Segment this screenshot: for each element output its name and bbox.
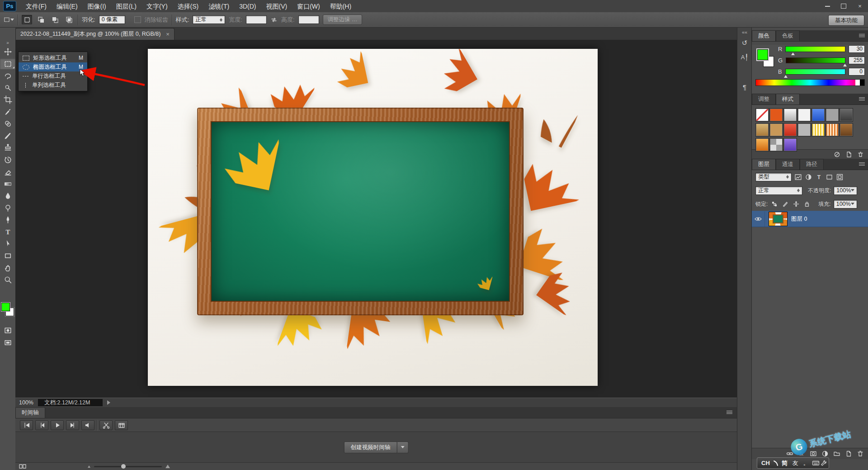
filter-type-layers-icon[interactable]: T	[815, 173, 823, 181]
create-video-timeline-button[interactable]: 创建视频时间轴	[344, 442, 397, 453]
red-slider[interactable]	[785, 46, 845, 52]
style-swatch[interactable]	[755, 123, 769, 137]
red-value[interactable]: 30	[849, 45, 865, 53]
flyout-item-single-column-marquee[interactable]: 单列选框工具	[19, 81, 87, 90]
tab-swatches[interactable]: 色板	[776, 30, 800, 41]
zoom-out-icon[interactable]	[88, 465, 90, 468]
panel-menu-icon[interactable]	[859, 97, 865, 100]
menu-window[interactable]: 窗口(W)	[292, 0, 325, 12]
green-slider[interactable]	[786, 57, 845, 63]
menu-select[interactable]: 选择(S)	[173, 0, 204, 12]
tab-adjustments[interactable]: 调整	[752, 94, 776, 104]
delete-style-button[interactable]	[856, 150, 865, 158]
opacity-input[interactable]: 100%	[834, 186, 857, 195]
style-swatch[interactable]	[783, 108, 797, 122]
blue-slider[interactable]	[785, 69, 845, 75]
play-button[interactable]	[51, 420, 64, 430]
flyout-item-elliptical-marquee[interactable]: 椭圆选框工具 M	[19, 62, 87, 71]
new-style-button[interactable]	[844, 150, 853, 158]
flyout-item-rectangular-marquee[interactable]: 矩形选框工具 M	[19, 53, 87, 62]
rectangular-marquee-tool[interactable]	[0, 58, 15, 69]
eyedropper-tool[interactable]	[0, 106, 15, 117]
style-swatch[interactable]	[840, 123, 853, 137]
style-swatch[interactable]	[769, 108, 783, 122]
zoom-slider-handle[interactable]	[121, 464, 126, 469]
style-swatch[interactable]	[769, 123, 783, 137]
ime-association-toggle[interactable]: 友	[790, 459, 801, 467]
quick-selection-tool[interactable]	[0, 82, 15, 93]
lock-pixels-button[interactable]	[781, 200, 789, 208]
adjustment-layer-button[interactable]	[821, 450, 830, 458]
hand-tool[interactable]	[0, 262, 15, 273]
add-to-selection-button[interactable]	[36, 15, 46, 24]
tab-color[interactable]: 颜色	[752, 30, 776, 41]
lock-all-button[interactable]	[803, 200, 811, 208]
fill-input[interactable]: 100%	[834, 200, 857, 209]
menu-type[interactable]: 文字(Y)	[142, 0, 173, 12]
menu-3d[interactable]: 3D(D)	[234, 0, 261, 12]
spot-healing-brush-tool[interactable]	[0, 119, 15, 129]
clear-style-button[interactable]	[832, 150, 841, 158]
timeline-zoom-slider[interactable]	[94, 466, 162, 467]
delete-layer-button[interactable]	[856, 450, 865, 458]
layer-row-selected[interactable]: 图层 0	[752, 211, 868, 227]
lasso-tool[interactable]	[0, 71, 15, 81]
blue-slider-handle[interactable]	[784, 73, 788, 78]
status-popup-arrow-icon[interactable]	[107, 400, 113, 405]
style-swatch[interactable]	[797, 123, 811, 137]
eraser-tool[interactable]	[0, 166, 15, 177]
ime-settings-wrench-icon[interactable]	[820, 460, 827, 466]
style-swatch[interactable]	[811, 108, 825, 122]
green-value[interactable]: 255	[849, 57, 865, 64]
style-swatch[interactable]	[811, 123, 825, 137]
layer-name[interactable]: 图层 0	[791, 215, 807, 223]
ime-punctuation-toggle[interactable]: 。	[801, 459, 811, 467]
gradient-tool[interactable]	[0, 178, 15, 189]
ime-keyboard-icon[interactable]	[812, 460, 820, 466]
intersect-selection-button[interactable]	[64, 15, 74, 24]
filter-shape-layers-icon[interactable]	[826, 173, 833, 181]
maximize-button[interactable]	[835, 0, 852, 12]
canvas-area[interactable]	[15, 40, 737, 398]
style-swatch[interactable]	[783, 138, 797, 152]
menu-edit[interactable]: 编辑(E)	[52, 0, 83, 12]
tab-timeline[interactable]: 时间轴	[15, 407, 45, 418]
menu-image[interactable]: 图像(I)	[83, 0, 111, 12]
lock-position-button[interactable]	[792, 200, 800, 208]
feather-input[interactable]: 0 像素	[99, 15, 125, 24]
style-dropdown[interactable]: 正常	[193, 15, 225, 24]
open-image[interactable]	[148, 49, 598, 386]
lock-transparency-button[interactable]	[770, 200, 778, 208]
filter-adjustment-layers-icon[interactable]	[805, 173, 812, 181]
style-swatch[interactable]	[769, 138, 783, 152]
paragraph-panel-icon[interactable]: ¶	[739, 81, 750, 93]
brush-tool[interactable]	[0, 130, 15, 141]
tab-paths[interactable]: 路径	[800, 159, 824, 170]
pen-tool[interactable]	[0, 214, 15, 225]
history-brush-tool[interactable]	[0, 154, 15, 165]
close-button[interactable]: ×	[852, 0, 868, 12]
go-to-first-frame-button[interactable]	[20, 420, 33, 430]
crop-tool[interactable]	[0, 95, 15, 105]
screen-mode-button[interactable]	[0, 337, 15, 348]
tab-layers[interactable]: 图层	[752, 159, 776, 170]
ime-stroke-icon[interactable]	[773, 460, 779, 467]
foreground-color-swatch[interactable]	[1, 303, 10, 311]
style-swatch[interactable]	[755, 108, 769, 122]
swap-width-height-icon[interactable]	[270, 16, 278, 24]
zoom-level[interactable]: 100%	[19, 399, 33, 406]
filter-pixel-layers-icon[interactable]	[794, 173, 802, 181]
zoom-in-icon[interactable]	[165, 465, 170, 468]
panel-menu-icon[interactable]	[726, 411, 732, 414]
antialias-checkbox[interactable]	[134, 16, 141, 23]
minimize-button[interactable]	[819, 0, 835, 12]
zoom-tool[interactable]	[0, 274, 15, 285]
character-panel-icon[interactable]: A╿	[739, 51, 750, 63]
width-input[interactable]	[246, 15, 267, 24]
style-swatch[interactable]	[826, 123, 839, 137]
create-timeline-dropdown[interactable]	[397, 442, 408, 453]
blend-mode-dropdown[interactable]: 正常	[755, 186, 802, 195]
ime-simplified-indicator[interactable]: 简	[779, 459, 790, 467]
tab-close-icon[interactable]: ×	[166, 31, 170, 38]
type-tool[interactable]: T	[0, 226, 15, 237]
